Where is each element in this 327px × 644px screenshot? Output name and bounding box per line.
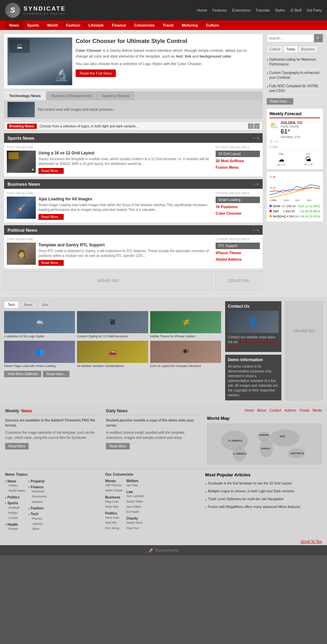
read-full-story-button[interactable]: Read the Full Story xyxy=(76,70,116,77)
nav-fashion[interactable]: Fashion xyxy=(62,20,84,30)
sports-collapse-icon[interactable]: − xyxy=(252,135,255,141)
logo-name: SYNDICATE xyxy=(24,5,66,12)
top-nav-3rdparty[interactable]: 3rd Party xyxy=(307,8,322,12)
top-nav-features[interactable]: Features xyxy=(212,8,227,12)
sports-article: ♟ Using a 16 vs 12 Grid Layout Gantry st… xyxy=(7,151,213,174)
sidebar-tab-business[interactable]: Business xyxy=(298,46,318,52)
columnists-title: Our Columnists xyxy=(105,472,203,476)
gallery-read-more-button[interactable]: Read more... xyxy=(43,371,69,377)
business-expand-icon[interactable]: + xyxy=(256,181,259,187)
footer-top-area: Weekly News Sources are available in the… xyxy=(0,404,327,538)
business-other-2[interactable]: 76 Positions xyxy=(216,204,260,210)
news-topics-section: News Topics › News PoliticsWorld News › … xyxy=(5,472,103,534)
footer-nav-authors[interactable]: Authors xyxy=(284,409,296,412)
political-other-1[interactable]: RTL Support xyxy=(216,243,260,249)
sports-other-3[interactable]: Fusion Menu xyxy=(216,165,260,170)
business-read-more-button[interactable]: Read More... xyxy=(38,214,64,220)
top-nav-jlstuff[interactable]: Jl Stuff xyxy=(290,8,301,12)
political-thumb: 👩 xyxy=(7,243,36,265)
footer-nav-home[interactable]: Home xyxy=(245,409,254,412)
top-nav-extensions[interactable]: Extensions xyxy=(232,8,250,12)
top-nav-styles[interactable]: Styles xyxy=(275,8,285,12)
nav-culture[interactable]: Culture xyxy=(202,20,223,30)
footer-nav-media[interactable]: Media xyxy=(313,409,322,412)
nav-travel[interactable]: Travel xyxy=(159,20,178,30)
scroll-top-text[interactable]: Scroll To Top xyxy=(300,539,322,543)
most-popular-title: Most Popular Articles xyxy=(205,472,322,477)
footer-nav-postal[interactable]: Postal xyxy=(300,409,309,412)
tab-technology[interactable]: Technology News xyxy=(4,91,46,100)
sidebar-tab-culture[interactable]: Culture xyxy=(267,46,283,52)
business-collapse-icon[interactable]: − xyxy=(252,181,255,187)
political-expand-icon[interactable]: + xyxy=(256,227,259,233)
nav-sports[interactable]: Sports xyxy=(23,20,43,30)
sports-other-2[interactable]: 20 Mod Suffixes xyxy=(216,158,260,164)
political-other-2[interactable]: iPhone Theme xyxy=(216,250,260,256)
mini-tab-tech[interactable]: Tech xyxy=(4,301,19,308)
search-input[interactable] xyxy=(267,34,314,42)
tab-sporting[interactable]: Sporting Review xyxy=(97,91,135,100)
sidebar-news-link-2[interactable]: Custom Typography to enhanced your Conte… xyxy=(269,71,323,80)
nav-world[interactable]: World xyxy=(43,20,62,30)
business-other-1[interactable]: Smart Loading xyxy=(216,197,260,203)
mini-tab-news[interactable]: News xyxy=(20,301,36,308)
top-nav-home[interactable]: Home xyxy=(197,8,207,12)
stock-item-nasdaq: NASDAQ 4,566.14 +16.91 (0.37%) xyxy=(269,214,320,219)
daily-read-more-button[interactable]: Read More xyxy=(106,443,129,449)
sidebar-tab-today[interactable]: Today xyxy=(283,46,298,52)
logo-sub: POWERED BY GANTRY xyxy=(24,12,66,15)
forecast-thu-day: Thu xyxy=(277,152,285,156)
view-more-galleries-button[interactable]: View More Galleries xyxy=(4,371,41,377)
weekly-body1: Sources are available in the Adobe® Fire… xyxy=(5,418,101,428)
gallery-title-1: A selection of Six Logo Styles xyxy=(4,335,75,339)
mini-tab-jobs[interactable]: Jobs xyxy=(37,301,52,308)
search-button[interactable]: 🔍 xyxy=(314,34,323,42)
site-header: S SYNDICATE POWERED BY GANTRY Home Featu… xyxy=(0,0,327,20)
sports-other-1[interactable]: 16 Grid Layout xyxy=(216,151,260,157)
powered-text: RocketTheme xyxy=(155,548,178,552)
nav-columnists[interactable]: Columnists xyxy=(130,20,159,30)
political-article: 👩 Template and Gantry RTL Support Once R… xyxy=(7,243,213,266)
sports-top-headline-label: TOP HEADLINE xyxy=(7,145,213,149)
breaking-next-button[interactable]: › xyxy=(254,123,260,129)
sidebar-read-more-button[interactable]: Read more... xyxy=(267,98,293,105)
sports-news-grid: TOP HEADLINE ♟ Using a 16 vs 12 Grid Lay… xyxy=(4,143,263,177)
sidebar-news-item-2: › Custom Typography to enhanced your Con… xyxy=(267,69,323,82)
breaking-prev-button[interactable]: ‹ xyxy=(248,123,253,129)
political-news-title: Political News xyxy=(7,228,37,233)
popular-link-4[interactable]: Fusion with MegaMenu offers many advance… xyxy=(208,505,300,509)
tab-business[interactable]: Business Developments xyxy=(46,91,97,100)
tab-headers: Technology News Business Developments Sp… xyxy=(4,91,263,100)
political-other-3[interactable]: Styled Addons xyxy=(216,257,260,262)
political-read-more-button[interactable]: Read More... xyxy=(38,260,64,266)
weekly-read-more-button[interactable]: Read More xyxy=(5,443,29,449)
weather-icon: ⛅ xyxy=(269,121,279,130)
sports-read-more-button[interactable]: Read More... xyxy=(38,168,64,174)
popular-link-3[interactable]: Triple Level Splitmenu for multi-tier si… xyxy=(208,497,284,501)
main-nav: News Sports World Fashion Lifestyle Fina… xyxy=(0,20,327,30)
top-nav-tutorials[interactable]: Tutorials xyxy=(255,8,270,12)
footer-bottom: 🚀 RocketTheme xyxy=(0,545,327,555)
nav-news[interactable]: News xyxy=(5,20,23,30)
nav-finance[interactable]: Finance xyxy=(108,20,130,30)
footer-nav-about[interactable]: About xyxy=(257,409,266,412)
top-nav: Home Features Extensions Tutorials Style… xyxy=(197,8,322,12)
business-news-section: Business News − + TOP HEADLINE 🎸 Ajax Lo… xyxy=(4,179,263,223)
political-collapse-icon[interactable]: − xyxy=(252,227,255,233)
footer-nav-contact[interactable]: Contact xyxy=(269,409,281,412)
sidebar-news-link-1[interactable]: Optimized coding for Maximum Performance xyxy=(269,57,323,67)
news-topics-title: News Topics xyxy=(5,472,103,476)
nav-lifestyle[interactable]: Lifestyle xyxy=(84,20,108,30)
scroll-to-top[interactable]: Scroll To Top xyxy=(0,538,327,545)
sports-expand-icon[interactable]: + xyxy=(256,135,259,141)
popular-link-1[interactable]: Syndicate is the first template to use t… xyxy=(208,481,292,485)
gallery-img-6: 👁 xyxy=(150,341,221,363)
nav-motoring[interactable]: Motoring xyxy=(178,20,202,30)
logo-area: S SYNDICATE POWERED BY GANTRY xyxy=(5,3,66,18)
sidebar-news-link-3[interactable]: Fully W3C Compliant for XHTML and CSS3 xyxy=(269,84,323,93)
business-article-body: Smart Image Loading only loads images th… xyxy=(38,203,213,212)
business-other-3[interactable]: Color Chooser xyxy=(216,211,260,216)
popular-link-2[interactable]: Multiple Logos to choose, in both Light … xyxy=(208,489,294,493)
stock-item-sp: S&P 1,994.65 +12.35 (0.46%) xyxy=(269,209,320,214)
gallery-title-6: Grid 16 Layout for Compact Structure xyxy=(150,364,221,368)
